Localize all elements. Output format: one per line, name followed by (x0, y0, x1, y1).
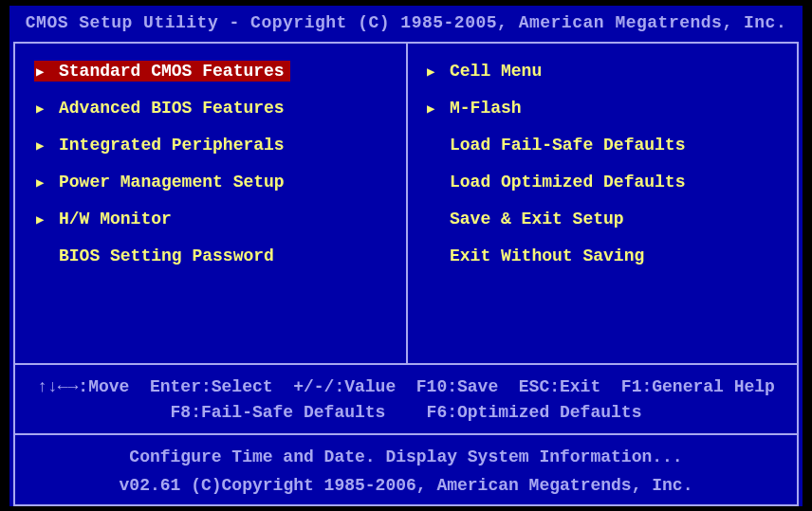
bios-header: CMOS Setup Utility - Copyright (C) 1985-… (9, 6, 803, 42)
column-divider (406, 44, 408, 363)
menu-item-label: Exit Without Saving (450, 246, 644, 265)
menu-item-m-flash[interactable]: ▶M-Flash (427, 98, 787, 119)
submenu-arrow-icon: ▶ (427, 64, 440, 80)
menu-item-label: Standard CMOS Features (59, 62, 285, 81)
menu-item-label: Load Fail-Safe Defaults (450, 136, 685, 155)
menu-item-integrated-peripherals[interactable]: ▶Integrated Peripherals (36, 135, 397, 155)
menu-item-advanced-bios-features[interactable]: ▶Advanced BIOS Features (36, 98, 397, 119)
menu-item-label: Save & Exit Setup (450, 210, 624, 228)
menu-item-label: Cell Menu (450, 62, 542, 81)
menu-item-label: H/W Monitor (59, 210, 172, 228)
menu-item-load-fail-safe-defaults[interactable]: ▶Load Fail-Safe Defaults (427, 135, 787, 155)
menu-left-column: ▶Standard CMOS Features▶Advanced BIOS Fe… (15, 44, 406, 363)
help-line-2: F8:Fail-Safe Defaults F6:Optimized Defau… (28, 400, 784, 426)
footer-area: Configure Time and Date. Display System … (15, 435, 797, 504)
menu-item-label: Integrated Peripherals (59, 136, 285, 155)
menu-item-load-optimized-defaults[interactable]: ▶Load Optimized Defaults (427, 172, 787, 192)
menu-item-exit-without-saving[interactable]: ▶Exit Without Saving (427, 246, 787, 266)
menu-item-label: Advanced BIOS Features (59, 99, 285, 118)
menu-item-standard-cmos-features[interactable]: ▶Standard CMOS Features (34, 61, 290, 82)
menu-item-power-management-setup[interactable]: ▶Power Management Setup (36, 172, 397, 192)
menu-item-label: Load Optimized Defaults (450, 173, 685, 192)
submenu-arrow-icon: ▶ (36, 64, 49, 80)
help-bar: ↑↓←→:Move Enter:Select +/-/:Value F10:Sa… (15, 365, 797, 433)
submenu-arrow-icon: ▶ (36, 137, 49, 154)
menu-right-column: ▶Cell Menu▶M-Flash▶Load Fail-Safe Defaul… (406, 44, 797, 363)
menu-item-label: BIOS Setting Password (59, 246, 274, 265)
submenu-arrow-icon: ▶ (36, 211, 49, 228)
menu-item-cell-menu[interactable]: ▶Cell Menu (427, 61, 787, 82)
bios-setup-screen: CMOS Setup Utility - Copyright (C) 1985-… (9, 6, 803, 506)
menu-item-bios-setting-password[interactable]: ▶BIOS Setting Password (36, 246, 397, 266)
help-line-1: ↑↓←→:Move Enter:Select +/-/:Value F10:Sa… (28, 374, 784, 400)
submenu-arrow-icon: ▶ (36, 100, 49, 117)
menu-item-save-exit-setup[interactable]: ▶Save & Exit Setup (427, 209, 787, 229)
menu-item-h-w-monitor[interactable]: ▶H/W Monitor (36, 209, 397, 229)
context-help-text: Configure Time and Date. Display System … (28, 443, 784, 472)
bios-main-border: ▶Standard CMOS Features▶Advanced BIOS Fe… (13, 42, 799, 506)
submenu-arrow-icon: ▶ (36, 174, 49, 191)
menu-item-label: M-Flash (450, 99, 522, 118)
submenu-arrow-icon: ▶ (427, 100, 440, 117)
bios-version-text: v02.61 (C)Copyright 1985-2006, American … (28, 471, 784, 501)
menu-item-label: Power Management Setup (59, 173, 285, 192)
menu-area: ▶Standard CMOS Features▶Advanced BIOS Fe… (15, 44, 797, 363)
